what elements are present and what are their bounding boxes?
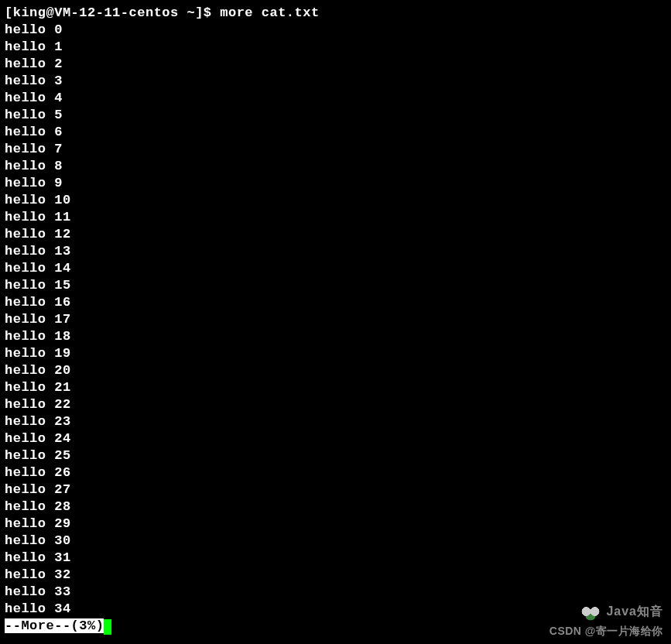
output-line: hello 15 — [5, 277, 671, 294]
output-line: hello 29 — [5, 516, 671, 533]
output-line: hello 3 — [5, 73, 671, 90]
more-pager-text: --More--(3%) — [5, 618, 104, 633]
output-line: hello 5 — [5, 107, 671, 124]
output-line: hello 17 — [5, 311, 671, 328]
output-line: hello 21 — [5, 379, 671, 396]
output-line: hello 14 — [5, 260, 671, 277]
output-line: hello 16 — [5, 294, 671, 311]
watermark-logo: Java知音 — [580, 602, 663, 621]
output-line: hello 24 — [5, 430, 671, 447]
output-line: hello 0 — [5, 22, 671, 39]
output-line: hello 26 — [5, 464, 671, 481]
output-line: hello 28 — [5, 498, 671, 516]
output-line: hello 8 — [5, 158, 671, 175]
output-line: hello 27 — [5, 481, 671, 498]
output-line: hello 18 — [5, 328, 671, 345]
wechat-icon — [580, 602, 601, 621]
more-pager-line[interactable]: --More--(3%) — [5, 618, 111, 635]
output-line: hello 6 — [5, 124, 671, 141]
output-line: hello 20 — [5, 362, 671, 379]
output-line: hello 7 — [5, 141, 671, 158]
output-line: hello 10 — [5, 192, 671, 209]
output-line: hello 9 — [5, 175, 671, 192]
output-line: hello 25 — [5, 447, 671, 464]
output-line: hello 32 — [5, 567, 671, 584]
watermark-attribution: CSDN @寄一片海给你 — [549, 622, 663, 639]
output-line: hello 4 — [5, 90, 671, 107]
output-line: hello 33 — [5, 584, 671, 601]
output-line: hello 31 — [5, 550, 671, 567]
output-line: hello 34 — [5, 601, 671, 618]
output-line: hello 30 — [5, 533, 671, 550]
output-line: hello 12 — [5, 226, 671, 243]
terminal-cursor — [104, 619, 111, 635]
output-line: hello 13 — [5, 243, 671, 260]
output-line: hello 2 — [5, 56, 671, 73]
output-line: hello 22 — [5, 396, 671, 413]
output-line: hello 23 — [5, 413, 671, 430]
output-line: hello 19 — [5, 345, 671, 362]
command-prompt-line: [king@VM-12-11-centos ~]$ more cat.txt — [5, 5, 671, 22]
output-line: hello 1 — [5, 39, 671, 56]
terminal-output: hello 0hello 1hello 2hello 3hello 4hello… — [5, 22, 671, 618]
output-line: hello 11 — [5, 209, 671, 226]
watermark-right-text: Java知音 — [606, 603, 663, 620]
